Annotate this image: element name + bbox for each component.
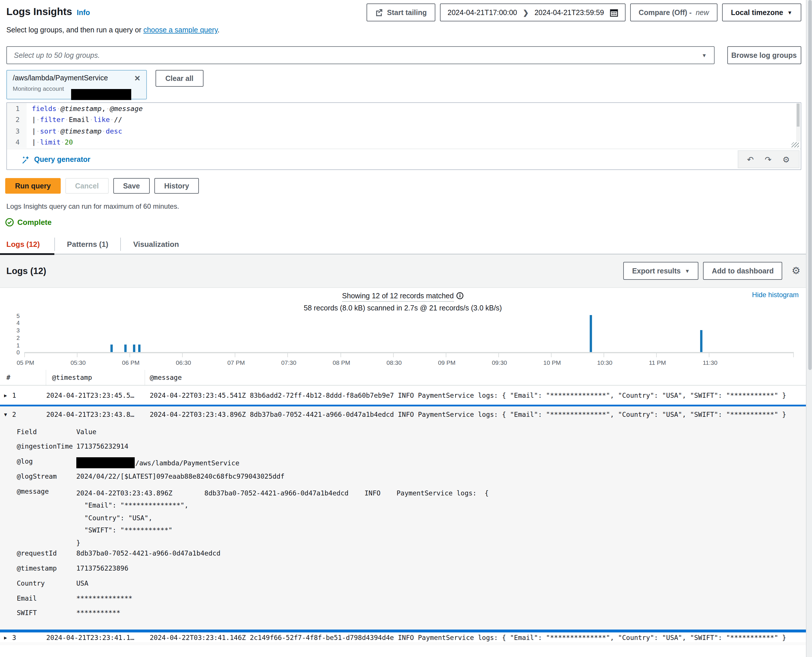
line-number: 2 [7, 114, 26, 125]
whitespace-dot: · [102, 127, 106, 135]
whitespace-dot: · [36, 116, 40, 124]
histogram-bar [700, 330, 703, 352]
tab-patterns[interactable]: Patterns (1) [55, 235, 120, 254]
whitespace-dot: · [36, 127, 40, 135]
tab-logs[interactable]: Logs (12) [0, 235, 55, 254]
x-axis-tick-label: 08:30 [387, 359, 402, 366]
y-axis-tick-label: 3 [5, 328, 20, 333]
y-axis-tick-label: 1 [5, 343, 20, 349]
browse-log-groups-button[interactable]: Browse log groups [727, 46, 801, 64]
page-title: Logs Insights [6, 6, 72, 18]
query-editor[interactable]: 1fields·@timestamp,·@message2|·filter·Em… [6, 102, 801, 170]
x-axis-tick [551, 353, 552, 357]
table-row[interactable]: ▶12024-04-21T23:23:45.5…2024-04-22T03:23… [0, 386, 806, 405]
table-row[interactable]: ▼22024-04-21T23:23:43.8…2024-04-22T03:23… [0, 406, 806, 423]
collapse-row-icon[interactable]: ▼ [0, 412, 12, 417]
clear-all-button[interactable]: Clear all [156, 70, 203, 87]
redacted-account-prefix [76, 457, 135, 468]
y-axis-tick-label: 5 [5, 313, 20, 319]
histogram-bar [139, 344, 141, 352]
expand-row-icon[interactable]: ▶ [0, 634, 12, 640]
detail-field-label: @logStream [0, 472, 76, 480]
table-header: # @timestamp @message [0, 370, 806, 386]
info-link[interactable]: Info [77, 9, 90, 17]
remove-log-group-icon[interactable]: ✕ [134, 74, 140, 82]
log-group-name: /aws/lambda/PaymentService [13, 74, 108, 82]
query-generator-link[interactable]: Query generator [22, 155, 90, 163]
results-summary: Showing 12 of 12 records matched 58 reco… [0, 288, 806, 312]
redo-icon[interactable]: ↷ [765, 155, 771, 163]
timezone-dropdown[interactable]: Local timezone ▼ [722, 3, 801, 22]
histogram-bar [124, 344, 126, 352]
table-row[interactable]: ▶32024-04-21T23:23:41.1…2024-04-22T03:23… [0, 632, 806, 642]
x-axis-tick-label: 05 PM [17, 359, 34, 366]
cancel-button[interactable]: Cancel [65, 178, 109, 194]
calendar-icon[interactable] [609, 8, 618, 17]
start-tailing-button[interactable]: Start tailing [367, 3, 436, 22]
detail-field-label: Email [0, 594, 76, 602]
log-group-select[interactable]: Select up to 50 log groups. ▼ [6, 46, 714, 64]
editor-resize-handle[interactable] [791, 142, 799, 148]
sample-query-link[interactable]: choose a sample query [143, 26, 218, 34]
query-duration-note: Logs Insights query can run for maximum … [6, 202, 806, 210]
compare-button[interactable]: Compare (Off) - new [630, 3, 717, 22]
editor-settings-gear-icon[interactable]: ⚙ [782, 155, 790, 163]
row-timestamp: 2024-04-21T23:23:43.8… [46, 411, 145, 419]
row-timestamp: 2024-04-21T23:23:45.5… [46, 391, 145, 399]
page-scrollbar-thumb[interactable] [808, 0, 811, 370]
info-circle-icon[interactable] [456, 292, 464, 299]
chevron-down-icon[interactable]: ▼ [701, 52, 707, 58]
detail-row: @ingestionTime1713756232914 [0, 442, 806, 458]
editor-line[interactable]: 1fields·@timestamp,·@message [7, 103, 800, 114]
date-start[interactable]: 2024-04-21T17:00:00 [447, 8, 517, 17]
editor-line[interactable]: 2|·filter·Email·like·// [7, 114, 800, 125]
col-header-index: # [0, 370, 46, 385]
detail-log-path: /aws/lambda/PaymentService [135, 459, 239, 467]
export-results-button[interactable]: Export results ▼ [623, 262, 699, 280]
x-axis-tick-label: 06:30 [176, 359, 191, 366]
page-header: Logs Insights Info Start tailing 2024-04… [0, 0, 806, 22]
editor-scrollbar[interactable] [796, 103, 800, 142]
whitespace-dot: · [61, 139, 64, 146]
chevron-down-icon: ▼ [787, 9, 792, 15]
whitespace-dot: · [106, 104, 110, 113]
next-row-peek [0, 642, 806, 645]
y-axis-tick-label: 0 [5, 350, 20, 355]
results-settings-gear-icon[interactable]: ⚙ [792, 265, 801, 277]
detail-message-line: "Country": "USA", [76, 512, 806, 524]
history-button[interactable]: History [154, 178, 199, 194]
detail-row: SWIFT*********** [0, 609, 806, 624]
detail-field-value: *********** [76, 609, 806, 617]
results-panel-header: Logs (12) Export results ▼ Add to dashbo… [0, 254, 806, 288]
save-button[interactable]: Save [113, 178, 150, 194]
tab-visualization[interactable]: Visualization [121, 235, 191, 254]
x-axis-tick-label: 10 PM [544, 359, 561, 366]
detail-row: @requestId8db37ba0-7052-4421-a966-0d47a1… [0, 549, 806, 564]
expand-row-icon[interactable]: ▶ [0, 392, 12, 398]
histogram-bar [133, 344, 136, 352]
add-to-dashboard-button[interactable]: Add to dashboard [703, 262, 782, 280]
records-histogram: 54321005 PM05:3006 PM06:3007 PM07:3008 P… [0, 314, 806, 370]
logs-insights-page: Logs Insights Info Start tailing 2024-04… [0, 0, 812, 657]
detail-field-label: @log [0, 457, 76, 466]
table-body: ▶12024-04-21T23:23:45.5…2024-04-22T03:23… [0, 386, 806, 645]
page-scrollbar[interactable] [806, 0, 812, 657]
query-editor-body[interactable]: 1fields·@timestamp,·@message2|·filter·Em… [7, 103, 800, 149]
x-axis-tick-label: 06 PM [122, 359, 140, 366]
log-group-tag: /aws/lambda/PaymentService ✕ Monitoring … [6, 70, 147, 100]
date-end[interactable]: 2024-04-21T23:59:59 [535, 8, 604, 17]
check-circle-icon [5, 218, 14, 227]
whitespace-dot: · [89, 116, 94, 124]
undo-icon[interactable]: ↶ [747, 155, 754, 163]
run-query-button[interactable]: Run query [5, 178, 61, 194]
x-axis-tick-label: 05:30 [70, 359, 86, 366]
hide-histogram-link[interactable]: Hide histogram [752, 291, 799, 299]
magic-wand-icon [22, 155, 30, 163]
detail-field-label: SWIFT [0, 609, 76, 617]
date-range-picker[interactable]: 2024-04-21T17:00:00 ❯ 2024-04-21T23:59:5… [440, 3, 625, 22]
x-axis-tick [182, 353, 183, 357]
editor-line[interactable]: 4|·limit·20 [7, 137, 800, 148]
editor-line[interactable]: 3|·sort·@timestamp·desc [7, 125, 800, 137]
row-timestamp: 2024-04-21T23:23:41.1… [46, 633, 145, 641]
row-message: 2024-04-22T03:23:41.146Z 2c149f66-52f7-4… [145, 633, 806, 641]
